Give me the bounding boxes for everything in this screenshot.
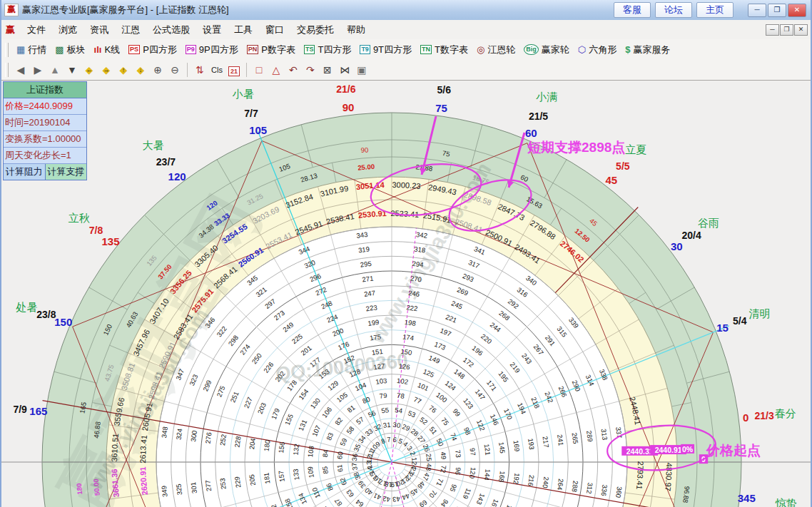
tool-button-pan-right[interactable]: ◆→ [98,62,115,78]
tool-button-zoom-in[interactable]: ⊕ [149,62,166,78]
zoom-out-icon: ⊖ [171,64,179,76]
rim-degree-345: 345 [738,492,756,504]
rim-degree-165: 165 [29,405,47,417]
menu-item-江恩[interactable]: 江恩 [115,21,146,39]
tool-button-flag-down[interactable]: ▼ [64,62,81,78]
close-button[interactable]: ✕ [788,4,806,17]
rotate-ccw-icon: ↶ [289,64,298,76]
toolbar-button-winner-service[interactable]: $赢家服务 [621,42,674,58]
wheel-number: 73 [455,449,463,458]
wheel-number: 217 [542,436,551,448]
toolbar-button-gann-wheel[interactable]: ◎江恩轮 [472,42,519,58]
t-number-table-icon: TN [420,45,432,54]
menu-item-文件[interactable]: 文件 [21,21,52,39]
wheel-number: 319 [357,245,370,254]
rim-degree-90: 90 [342,101,355,113]
toolbar-button-t-square[interactable]: TST四方形 [300,42,355,58]
menu-item-资讯[interactable]: 资讯 [83,21,115,39]
tool-button-pan-down[interactable]: ◆↓ [132,62,149,78]
wheel-number: 109 [306,466,315,478]
toolbar-label-t-number-table: T数字表 [435,43,468,56]
menu-item-交易委托[interactable]: 交易委托 [290,21,340,39]
toolbar-button-hexagon[interactable]: ⬡六角形 [574,42,621,58]
price-outer-label: 3000.23 [392,180,422,190]
menu-item-工具[interactable]: 工具 [228,21,259,39]
wheel-number: 241 [557,434,566,446]
toolbar-button-kline[interactable]: ılıK线 [90,42,125,58]
wheel-number: 360 [614,486,624,498]
menu-item-窗口[interactable]: 窗口 [259,21,290,39]
price-inner-label-start: 2440.31 [626,447,654,456]
tool-button-step-back[interactable]: ◀ [12,62,29,78]
tool-button-step-forward[interactable]: ▶ [29,62,46,78]
tool-button-triangle-tool[interactable]: △ [268,62,285,78]
flag-down-icon: ▼ [67,64,77,76]
toolbar-label-kline: K线 [104,43,120,56]
panel-row-1: 时间=20190104 [4,115,86,131]
triangle-tool-icon: △ [273,64,280,76]
service-button[interactable]: 客服 [614,2,651,18]
forum-button[interactable]: 论坛 [655,2,692,18]
app-icon: 赢 [4,4,19,16]
tool-button-time-flip[interactable]: ⇅ [191,62,208,78]
tool-button-square-tool[interactable]: □ [250,62,268,78]
wheel-number: 180 [262,439,271,451]
calc-resistance-button[interactable]: 计算阻力 [4,164,46,180]
wheel-number: 265 [571,432,580,444]
wheel-number: 49 [440,451,448,460]
zoom-in-icon: ⊕ [153,64,162,76]
toolbar-button-quotes[interactable]: ▦行情 [12,42,51,58]
menu-item-公式选股[interactable]: 公式选股 [146,21,196,39]
wheel-number: 145 [498,441,507,454]
tool-button-zoom-out[interactable]: ⊖ [166,62,183,78]
menu-item-设置[interactable]: 设置 [196,21,228,39]
tool-button-cls[interactable]: Cls [208,62,225,78]
main-toolbar: ▦行情▩板块ılıK线PSP四方形P99P四方形PNP数字表TST四方形T99T… [1,39,811,61]
toolbar-button-winner-wheel[interactable]: Big赢家轮 [519,42,574,58]
tool-button-pan-left[interactable]: ◆← [81,62,98,78]
menu-item-帮助[interactable]: 帮助 [340,21,372,39]
mdi-minimize-button[interactable]: ─ [766,24,779,36]
wheel-number: 247 [363,288,375,297]
mdi-close-button[interactable]: ✕ [794,24,808,36]
price-origin-annotation: 价格起点 [706,443,761,458]
wheel-number: 192 [512,473,522,485]
wheel-number: 60 [335,451,344,459]
menu-item-浏览[interactable]: 浏览 [52,21,83,39]
tool-button-screen[interactable]: ▣ [353,62,370,78]
home-button[interactable]: 主页 [696,2,734,18]
toolbar-button-t-number-table[interactable]: TNT数字表 [416,42,472,58]
price-outer-label: 4830.97 [664,463,674,492]
degree-ring-label: 90 [360,145,369,154]
toolbar-button-9t-square[interactable]: T99T四方形 [355,42,416,58]
toolbar-label-p-square: P四方形 [143,43,177,56]
rim-degree-135: 135 [101,235,119,247]
calc-support-button[interactable]: 计算支撑 [46,164,87,180]
minimize-button[interactable]: ─ [748,4,766,17]
rim-term-30: 谷雨 [698,217,719,229]
tool-button-pan-up[interactable]: ◆↑ [115,62,132,78]
tool-button-rotate-cw[interactable]: ↷ [302,62,319,78]
wheel-number: 121 [483,444,492,456]
wheel-number: 85 [320,466,329,474]
toolbar-label-p-number-table: P数字表 [261,43,295,56]
toolbar-button-p-number-table[interactable]: PNP数字表 [243,42,300,58]
tool-button-flag-up[interactable]: ▲ [46,62,64,78]
rotate-cw-icon: ↷ [306,64,315,76]
flag-up-icon: ▲ [50,64,60,76]
toolbar-button-p-square[interactable]: PSP四方形 [124,42,181,58]
step-back-icon: ◀ [17,64,25,76]
maximize-button[interactable]: ❐ [768,4,786,17]
toolbar-button-9p-square[interactable]: P99P四方形 [181,42,243,58]
rim-date-165: 7/9 [13,404,27,415]
toolbar-button-sectors[interactable]: ▩板块 [51,42,89,58]
toolbar-label-sectors: 板块 [67,43,86,56]
tool-button-center-view[interactable]: ⋈ [336,62,353,78]
wheel-number: 325 [174,483,183,496]
sectors-icon: ▩ [55,44,64,55]
tool-button-delete-box[interactable]: ⊠ [319,62,336,78]
tool-button-calendar[interactable]: 21 [225,62,243,78]
mdi-restore-button[interactable]: ❐ [780,24,793,36]
wheel-layer: 1234567891011121314151617181920212223242… [1,80,812,507]
tool-button-rotate-ccw[interactable]: ↶ [285,62,302,78]
